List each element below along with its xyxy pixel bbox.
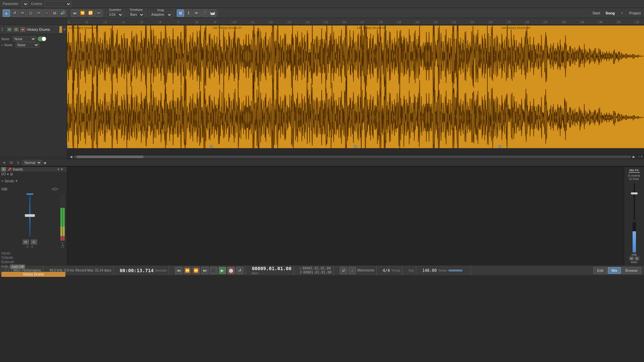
right-mute-btn[interactable]: M bbox=[629, 256, 634, 260]
control-select[interactable] bbox=[45, 1, 71, 7]
click-btn[interactable]: 🔊 bbox=[340, 267, 347, 274]
in-btn[interactable]: ⟪ bbox=[185, 9, 192, 17]
track-mute-btn[interactable]: M bbox=[7, 27, 12, 32]
right-solo-btn[interactable]: S bbox=[635, 256, 639, 260]
quantize-select[interactable]: 1/16 bbox=[107, 12, 123, 18]
track-send-row-2: ▸ None None bbox=[1, 42, 65, 48]
track-solo-btn[interactable]: S bbox=[13, 27, 19, 32]
metronome-label: Metronome bbox=[357, 268, 374, 272]
fader-container[interactable] bbox=[1, 192, 58, 239]
time-sig-section: 4/4 Timing bbox=[381, 265, 402, 275]
channel-mute-btn[interactable]: M bbox=[22, 239, 29, 245]
add-insert-btn[interactable]: + bbox=[61, 167, 65, 172]
metronome-btn[interactable]: ♩ bbox=[348, 267, 356, 274]
lr-display: L 00001.01.01.00 R 00001.01.01.00 bbox=[300, 266, 331, 274]
mute-tool-btn[interactable]: M bbox=[51, 9, 58, 17]
toggle-btn-1[interactable] bbox=[38, 37, 46, 41]
main-area: 1 M S ● Victory Drums ≡ None None bbox=[0, 18, 644, 159]
snap-active-btn[interactable]: ▦ bbox=[177, 9, 184, 17]
solo-lower-btn[interactable]: S bbox=[15, 160, 21, 165]
track-send-select-2[interactable]: None bbox=[16, 42, 39, 48]
ruler-mark: 4 bbox=[122, 20, 131, 24]
pan-label: <C> bbox=[52, 187, 58, 191]
mode-selector: Start Song ▼ Project bbox=[590, 10, 643, 16]
track-send-select-1[interactable]: None bbox=[13, 36, 36, 42]
rewind-btn-status[interactable]: ⏪ bbox=[184, 267, 191, 274]
erase-tool-btn[interactable]: ◻ bbox=[27, 9, 34, 17]
mix-btn[interactable]: Mix bbox=[608, 267, 621, 274]
extra-transport: 🔊 ♩ Metronome bbox=[338, 265, 377, 275]
ruler-mark: 10 bbox=[232, 20, 241, 24]
skip-start-btn[interactable]: ⏮ bbox=[71, 9, 78, 17]
loop-btn[interactable]: 🔁 bbox=[87, 9, 94, 17]
io-selector-icon[interactable]: ⊞ bbox=[10, 172, 13, 176]
mute-lower-btn[interactable]: M bbox=[9, 160, 14, 165]
io-arrow[interactable]: ▾ bbox=[7, 172, 9, 176]
record-btn[interactable]: ⬤ bbox=[227, 267, 235, 274]
mix-fx-tab[interactable]: Mix FX bbox=[629, 168, 640, 173]
lower-arrow-left[interactable]: ◀ bbox=[43, 161, 46, 165]
zoom-controls: − + bbox=[638, 155, 643, 159]
play-btn[interactable]: ▶ bbox=[219, 267, 226, 274]
scrollbar-thumb[interactable] bbox=[76, 156, 144, 158]
forward-btn[interactable]: ⏩ bbox=[193, 267, 200, 274]
arrange-scrollbar[interactable]: ◀ ▶ − + bbox=[67, 154, 644, 159]
stop-btn[interactable]: ⬛ bbox=[210, 267, 217, 274]
out-btn[interactable]: ≫ bbox=[193, 9, 200, 17]
ruler-mark bbox=[406, 24, 415, 24]
rewind-btn[interactable]: ⏪ bbox=[79, 9, 86, 17]
add-send-btn[interactable]: + bbox=[15, 179, 20, 183]
instrument-icon[interactable]: 🎵 bbox=[61, 245, 64, 248]
dot-1 bbox=[26, 245, 29, 248]
timebase-select[interactable]: Bars bbox=[128, 12, 145, 18]
parameter-select[interactable] bbox=[21, 1, 29, 7]
track-content[interactable]: 140 Victory Drums 06 140 Victory Drums 0… bbox=[67, 25, 644, 154]
close-strip-btn[interactable]: ✕ bbox=[1, 167, 6, 172]
ruler-mark: 12 bbox=[269, 20, 278, 24]
start-btn[interactable]: Start bbox=[590, 10, 602, 16]
split-tool-btn[interactable]: ✂ bbox=[35, 9, 42, 17]
browse-btn[interactable]: Browse bbox=[622, 267, 641, 274]
ruler-mark bbox=[369, 24, 378, 24]
right-meter bbox=[633, 222, 636, 252]
auto-off-btn[interactable]: Auto: Off bbox=[10, 264, 25, 269]
skip-back-btn[interactable]: ⏮ bbox=[175, 267, 182, 274]
bend-tool-btn[interactable]: ~ bbox=[43, 9, 50, 17]
edit-btn[interactable]: Edit bbox=[593, 267, 607, 274]
marker-handle-3[interactable] bbox=[354, 145, 357, 148]
piano-btn[interactable]: 🎹 bbox=[209, 9, 216, 17]
pencil-tool-btn[interactable]: ✏ bbox=[19, 9, 26, 17]
marker-handle-4[interactable] bbox=[498, 145, 501, 148]
right-fader-handle[interactable] bbox=[631, 192, 638, 194]
fader-handle[interactable] bbox=[25, 214, 35, 217]
skip-fwd-btn[interactable]: ⏭ bbox=[201, 267, 209, 274]
scroll-left-btn[interactable]: ◀ bbox=[68, 155, 74, 159]
ruler-mark: 21 bbox=[433, 20, 442, 24]
horizontal-scrollbar[interactable] bbox=[74, 156, 631, 158]
tempo-slider[interactable] bbox=[448, 269, 469, 272]
scroll-right-btn[interactable]: ▶ bbox=[631, 155, 637, 159]
loop-in-btn[interactable]: ↩ bbox=[95, 9, 102, 17]
right-fader-container[interactable] bbox=[629, 183, 639, 220]
right-inserts-label: Inserts bbox=[631, 174, 640, 177]
arrow-tool-btn[interactable]: ▲ bbox=[3, 9, 10, 17]
audio-clip[interactable]: 140 Victory Drums 06 140 Victory Drums 0… bbox=[67, 25, 644, 148]
snap-select[interactable]: Adaptive bbox=[149, 12, 172, 18]
mode-select[interactable]: Normal bbox=[22, 160, 42, 165]
channel-solo-btn[interactable]: S bbox=[31, 239, 37, 245]
level-meter bbox=[60, 187, 65, 241]
ruler-mark bbox=[241, 24, 250, 24]
bars-display: 00009.01.01.00 bbox=[252, 266, 291, 271]
marker-handle-2[interactable] bbox=[210, 145, 213, 148]
song-btn[interactable]: Song bbox=[603, 10, 617, 16]
toggle-lower-btn[interactable]: ▾ bbox=[1, 160, 7, 165]
meter-bar-left bbox=[60, 194, 62, 241]
track-menu-btn[interactable]: ≡ bbox=[63, 27, 65, 31]
mixer-strip: ✕ 📌 Inserts ▾ + I/O ▾ ⊞ ● Sends + bbox=[0, 167, 67, 265]
loop-tool-btn[interactable]: ↺ bbox=[11, 9, 18, 17]
track-record-btn[interactable]: ● bbox=[20, 27, 25, 32]
loop-mode-btn[interactable]: ↺ bbox=[236, 267, 244, 274]
project-btn[interactable]: Project bbox=[627, 10, 643, 16]
midi-btn[interactable]: 🎵 bbox=[201, 9, 208, 17]
speaker-tool-btn[interactable]: 🔊 bbox=[59, 9, 66, 17]
